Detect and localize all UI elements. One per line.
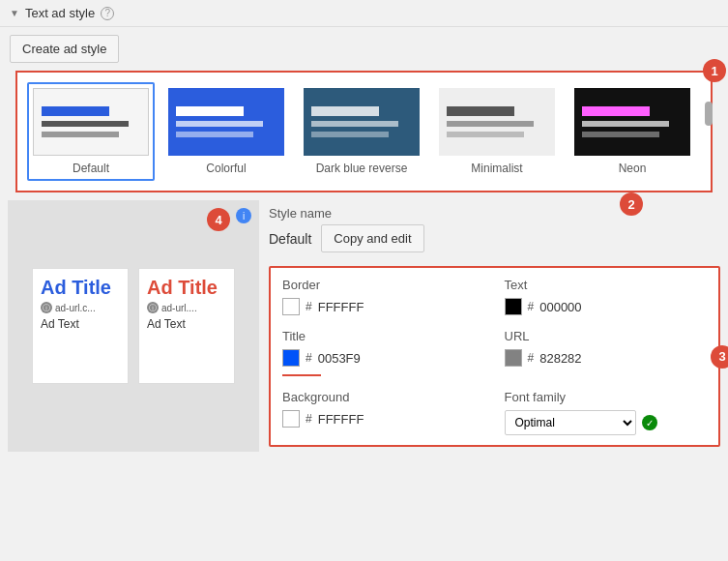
style-preview-default [33, 88, 149, 156]
style-card-default[interactable]: Default [27, 82, 155, 181]
url-input-row: # 828282 [505, 349, 708, 367]
preview-line-3 [582, 132, 659, 137]
text-label: Text [505, 278, 708, 292]
url-color-field: URL # 828282 [505, 329, 708, 376]
header: ▼ Text ad style ? [0, 0, 728, 27]
title-hash: # [306, 351, 312, 365]
font-family-field: Font family Optimal Arial Times New Roma… [505, 390, 708, 435]
border-color-field: Border # FFFFFF [282, 278, 485, 315]
style-name-value: Default [269, 231, 311, 247]
text-color-field: Text # 000000 [505, 278, 708, 315]
ad-text-2: Ad Text [147, 317, 226, 331]
header-title: Text ad style [25, 6, 95, 20]
info-badge-icon[interactable]: i [236, 208, 251, 223]
ad-url-icon-2: ⓘ [147, 302, 159, 313]
ad-text-1: Ad Text [41, 317, 120, 331]
create-ad-style-button[interactable]: Create ad style [10, 35, 119, 63]
settings-panel: 2 Style name Default Copy and edit 3 Bor… [269, 200, 720, 452]
preview-line-3 [176, 132, 253, 137]
preview-wrapper: 4 i Ad Title ⓘ ad-url.c... Ad Text Ad Ti… [8, 200, 259, 452]
style-preview-darkblue [304, 88, 420, 156]
text-input-row: # 000000 [505, 298, 708, 315]
green-check-icon: ✓ [642, 415, 657, 430]
font-family-row: Optimal Arial Times New Roman Verdana ✓ [505, 410, 708, 435]
border-input-row: # FFFFFF [282, 298, 485, 315]
title-value: 0053F9 [318, 351, 361, 366]
help-icon[interactable]: ? [101, 7, 114, 20]
copy-and-edit-button[interactable]: Copy and edit [321, 224, 423, 252]
style-label-darkblue: Dark blue reverse [316, 162, 408, 175]
style-gallery: Default Colorful Dark blue reverse [15, 71, 713, 192]
style-label-colorful: Colorful [206, 162, 246, 175]
ad-url-row-2: ⓘ ad-url.... [147, 302, 226, 313]
background-color-field: Background # FFFFFF [282, 390, 485, 435]
ad-title-1: Ad Title [41, 277, 120, 298]
background-label: Background [282, 390, 485, 404]
border-value: FFFFFF [318, 300, 364, 314]
style-label-minimalist: Minimalist [471, 162, 522, 175]
annotation-2: 2 [620, 192, 643, 216]
url-label: URL [505, 329, 708, 343]
ad-card-1: Ad Title ⓘ ad-url.c... Ad Text [32, 268, 129, 384]
main-content: 4 i Ad Title ⓘ ad-url.c... Ad Text Ad Ti… [0, 200, 728, 459]
background-value: FFFFFF [318, 412, 364, 427]
preview-line-2 [447, 121, 534, 127]
style-label-default: Default [73, 162, 109, 175]
preview-line-2 [176, 121, 263, 127]
ad-title-2: Ad Title [147, 277, 226, 298]
style-preview-colorful [168, 88, 284, 156]
ad-url-1: ad-url.c... [55, 303, 96, 313]
ad-card-2: Ad Title ⓘ ad-url.... Ad Text [138, 268, 235, 384]
font-family-label: Font family [505, 390, 708, 404]
style-card-colorful[interactable]: Colorful [162, 82, 290, 181]
preview-line-3 [311, 132, 389, 137]
text-value: 000000 [539, 300, 581, 314]
preview-line-2 [42, 121, 129, 127]
border-swatch[interactable] [282, 298, 300, 315]
preview-line-1 [42, 106, 109, 116]
text-swatch[interactable] [505, 298, 522, 315]
preview-line-1 [582, 106, 650, 116]
style-card-darkblue[interactable]: Dark blue reverse [298, 82, 425, 181]
header-arrow: ▼ [10, 8, 19, 18]
preview-line-3 [447, 132, 524, 137]
style-card-neon[interactable]: Neon [568, 82, 696, 181]
style-preview-minimalist [439, 88, 555, 156]
font-family-select[interactable]: Optimal Arial Times New Roman Verdana [505, 410, 636, 435]
url-hash: # [528, 351, 535, 365]
border-hash: # [306, 300, 312, 313]
background-swatch[interactable] [282, 410, 300, 428]
ad-preview-panel: i Ad Title ⓘ ad-url.c... Ad Text Ad Titl… [8, 200, 259, 452]
border-label: Border [282, 278, 485, 292]
background-input-row: # FFFFFF [282, 410, 485, 428]
preview-line-1 [311, 106, 379, 116]
style-gallery-wrapper: 1 Default Colorful [8, 71, 720, 192]
title-color-field: Title # 0053F9 [282, 329, 485, 376]
preview-line-3 [42, 132, 119, 137]
background-hash: # [306, 412, 312, 426]
style-preview-neon [574, 88, 690, 156]
colors-grid: 3 Border # FFFFFF Text # 000000 [269, 266, 720, 447]
text-hash: # [528, 300, 535, 313]
preview-line-1 [176, 106, 244, 116]
style-name-label: Style name [269, 206, 720, 221]
title-label: Title [282, 329, 485, 343]
url-value: 828282 [539, 351, 581, 366]
annotation-3: 3 [711, 345, 728, 369]
annotation-4: 4 [207, 208, 230, 231]
preview-line-2 [311, 121, 398, 127]
style-name-section: 2 Style name Default Copy and edit [269, 200, 720, 258]
title-swatch[interactable] [282, 349, 300, 367]
scrollbar-thumb [705, 102, 713, 126]
style-card-minimalist[interactable]: Minimalist [433, 82, 561, 181]
annotation-1: 1 [703, 59, 726, 82]
style-name-row: Default Copy and edit [269, 224, 720, 252]
preview-line-2 [582, 121, 669, 127]
url-swatch[interactable] [505, 349, 522, 367]
ad-url-icon-1: ⓘ [41, 302, 52, 313]
ad-url-2: ad-url.... [161, 303, 197, 313]
title-input-row: # 0053F9 [282, 349, 485, 367]
style-label-neon: Neon [619, 162, 647, 175]
title-underline [282, 374, 321, 376]
preview-line-1 [447, 106, 514, 116]
